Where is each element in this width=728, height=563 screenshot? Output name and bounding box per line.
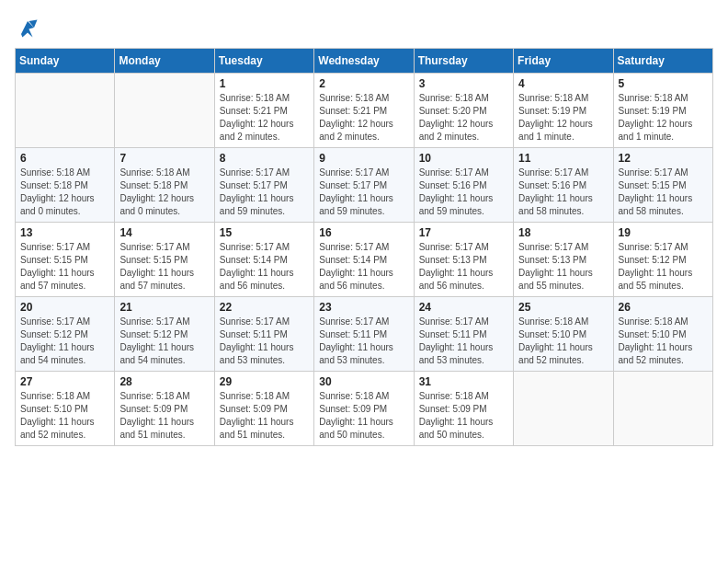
calendar-header-row: SundayMondayTuesdayWednesdayThursdayFrid… bbox=[16, 49, 713, 74]
weekday-header: Sunday bbox=[16, 49, 115, 74]
weekday-header: Monday bbox=[115, 49, 214, 74]
calendar-cell bbox=[514, 372, 613, 446]
day-number: 30 bbox=[319, 375, 408, 388]
day-info: Sunrise: 5:17 AM Sunset: 5:15 PM Dayligh… bbox=[119, 241, 209, 293]
day-info: Sunrise: 5:18 AM Sunset: 5:20 PM Dayligh… bbox=[419, 92, 508, 144]
calendar-cell: 14Sunrise: 5:17 AM Sunset: 5:15 PM Dayli… bbox=[115, 223, 214, 297]
calendar-cell: 12Sunrise: 5:17 AM Sunset: 5:15 PM Dayli… bbox=[613, 148, 712, 223]
calendar-cell: 2Sunrise: 5:18 AM Sunset: 5:21 PM Daylig… bbox=[314, 74, 414, 148]
day-number: 5 bbox=[619, 77, 708, 90]
day-number: 22 bbox=[220, 301, 309, 314]
calendar-cell: 6Sunrise: 5:18 AM Sunset: 5:18 PM Daylig… bbox=[16, 148, 115, 223]
calendar-cell: 22Sunrise: 5:17 AM Sunset: 5:11 PM Dayli… bbox=[214, 297, 313, 372]
day-number: 28 bbox=[119, 375, 209, 388]
day-number: 12 bbox=[619, 152, 708, 165]
calendar-cell: 3Sunrise: 5:18 AM Sunset: 5:20 PM Daylig… bbox=[414, 74, 513, 148]
day-info: Sunrise: 5:17 AM Sunset: 5:16 PM Dayligh… bbox=[518, 167, 608, 218]
day-info: Sunrise: 5:17 AM Sunset: 5:12 PM Dayligh… bbox=[20, 316, 109, 367]
calendar-cell: 30Sunrise: 5:18 AM Sunset: 5:09 PM Dayli… bbox=[314, 372, 414, 446]
day-info: Sunrise: 5:17 AM Sunset: 5:12 PM Dayligh… bbox=[119, 316, 209, 367]
day-info: Sunrise: 5:17 AM Sunset: 5:17 PM Dayligh… bbox=[319, 167, 408, 218]
calendar-cell: 7Sunrise: 5:18 AM Sunset: 5:18 PM Daylig… bbox=[115, 148, 214, 223]
day-info: Sunrise: 5:17 AM Sunset: 5:11 PM Dayligh… bbox=[419, 316, 508, 367]
day-number: 26 bbox=[619, 301, 708, 314]
weekday-header: Wednesday bbox=[314, 49, 414, 74]
day-number: 16 bbox=[319, 226, 408, 239]
day-number: 17 bbox=[419, 226, 508, 239]
day-info: Sunrise: 5:18 AM Sunset: 5:18 PM Dayligh… bbox=[119, 167, 209, 218]
calendar-cell: 5Sunrise: 5:18 AM Sunset: 5:19 PM Daylig… bbox=[613, 74, 712, 148]
weekday-header: Friday bbox=[514, 49, 613, 74]
day-info: Sunrise: 5:18 AM Sunset: 5:21 PM Dayligh… bbox=[220, 92, 309, 144]
calendar-cell: 11Sunrise: 5:17 AM Sunset: 5:16 PM Dayli… bbox=[514, 148, 613, 223]
day-info: Sunrise: 5:17 AM Sunset: 5:15 PM Dayligh… bbox=[619, 167, 708, 218]
calendar-week-row: 13Sunrise: 5:17 AM Sunset: 5:15 PM Dayli… bbox=[16, 223, 713, 297]
calendar-cell: 10Sunrise: 5:17 AM Sunset: 5:16 PM Dayli… bbox=[414, 148, 513, 223]
calendar-cell: 26Sunrise: 5:18 AM Sunset: 5:10 PM Dayli… bbox=[613, 297, 712, 372]
calendar-cell: 9Sunrise: 5:17 AM Sunset: 5:17 PM Daylig… bbox=[314, 148, 414, 223]
calendar-cell: 4Sunrise: 5:18 AM Sunset: 5:19 PM Daylig… bbox=[514, 74, 613, 148]
calendar-cell: 13Sunrise: 5:17 AM Sunset: 5:15 PM Dayli… bbox=[16, 223, 115, 297]
calendar-week-row: 6Sunrise: 5:18 AM Sunset: 5:18 PM Daylig… bbox=[16, 148, 713, 223]
day-number: 23 bbox=[319, 301, 408, 314]
day-info: Sunrise: 5:18 AM Sunset: 5:18 PM Dayligh… bbox=[20, 167, 109, 218]
day-info: Sunrise: 5:18 AM Sunset: 5:10 PM Dayligh… bbox=[619, 316, 708, 367]
day-number: 9 bbox=[319, 152, 408, 165]
day-number: 1 bbox=[220, 77, 309, 90]
calendar-cell: 19Sunrise: 5:17 AM Sunset: 5:12 PM Dayli… bbox=[613, 223, 712, 297]
day-number: 14 bbox=[119, 226, 209, 239]
day-number: 20 bbox=[20, 301, 109, 314]
calendar-cell: 31Sunrise: 5:18 AM Sunset: 5:09 PM Dayli… bbox=[414, 372, 513, 446]
calendar-cell: 27Sunrise: 5:18 AM Sunset: 5:10 PM Dayli… bbox=[16, 372, 115, 446]
calendar-week-row: 27Sunrise: 5:18 AM Sunset: 5:10 PM Dayli… bbox=[16, 372, 713, 446]
calendar-cell: 8Sunrise: 5:17 AM Sunset: 5:17 PM Daylig… bbox=[214, 148, 313, 223]
day-info: Sunrise: 5:18 AM Sunset: 5:19 PM Dayligh… bbox=[619, 92, 708, 144]
day-number: 7 bbox=[119, 152, 209, 165]
calendar-cell: 29Sunrise: 5:18 AM Sunset: 5:09 PM Dayli… bbox=[214, 372, 313, 446]
day-number: 18 bbox=[518, 226, 608, 239]
calendar-cell bbox=[613, 372, 712, 446]
day-number: 19 bbox=[619, 226, 708, 239]
calendar-cell: 23Sunrise: 5:17 AM Sunset: 5:11 PM Dayli… bbox=[314, 297, 414, 372]
weekday-header: Tuesday bbox=[214, 49, 313, 74]
day-info: Sunrise: 5:18 AM Sunset: 5:10 PM Dayligh… bbox=[20, 390, 109, 442]
day-number: 29 bbox=[220, 375, 309, 388]
day-info: Sunrise: 5:17 AM Sunset: 5:16 PM Dayligh… bbox=[419, 167, 508, 218]
calendar-cell: 28Sunrise: 5:18 AM Sunset: 5:09 PM Dayli… bbox=[115, 372, 214, 446]
calendar-cell: 24Sunrise: 5:17 AM Sunset: 5:11 PM Dayli… bbox=[414, 297, 513, 372]
day-number: 31 bbox=[419, 375, 508, 388]
day-info: Sunrise: 5:17 AM Sunset: 5:12 PM Dayligh… bbox=[619, 241, 708, 293]
calendar-cell bbox=[16, 74, 115, 148]
day-info: Sunrise: 5:17 AM Sunset: 5:11 PM Dayligh… bbox=[319, 316, 408, 367]
day-number: 27 bbox=[20, 375, 109, 388]
calendar-cell: 16Sunrise: 5:17 AM Sunset: 5:14 PM Dayli… bbox=[314, 223, 414, 297]
day-number: 2 bbox=[319, 77, 408, 90]
day-info: Sunrise: 5:17 AM Sunset: 5:13 PM Dayligh… bbox=[419, 241, 508, 293]
day-number: 15 bbox=[220, 226, 309, 239]
day-number: 24 bbox=[419, 301, 508, 314]
day-number: 13 bbox=[20, 226, 109, 239]
day-info: Sunrise: 5:17 AM Sunset: 5:14 PM Dayligh… bbox=[220, 241, 309, 293]
day-number: 11 bbox=[518, 152, 608, 165]
calendar-table: SundayMondayTuesdayWednesdayThursdayFrid… bbox=[15, 48, 713, 446]
day-info: Sunrise: 5:17 AM Sunset: 5:14 PM Dayligh… bbox=[319, 241, 408, 293]
day-number: 6 bbox=[20, 152, 109, 165]
day-number: 3 bbox=[419, 77, 508, 90]
day-info: Sunrise: 5:18 AM Sunset: 5:09 PM Dayligh… bbox=[119, 390, 209, 442]
calendar-cell: 15Sunrise: 5:17 AM Sunset: 5:14 PM Dayli… bbox=[214, 223, 313, 297]
calendar-week-row: 20Sunrise: 5:17 AM Sunset: 5:12 PM Dayli… bbox=[16, 297, 713, 372]
day-number: 21 bbox=[119, 301, 209, 314]
day-number: 10 bbox=[419, 152, 508, 165]
logo bbox=[15, 15, 44, 40]
calendar-cell: 21Sunrise: 5:17 AM Sunset: 5:12 PM Dayli… bbox=[115, 297, 214, 372]
weekday-header: Thursday bbox=[414, 49, 513, 74]
page-header bbox=[15, 15, 713, 40]
day-info: Sunrise: 5:18 AM Sunset: 5:10 PM Dayligh… bbox=[518, 316, 608, 367]
day-info: Sunrise: 5:18 AM Sunset: 5:19 PM Dayligh… bbox=[518, 92, 608, 144]
day-info: Sunrise: 5:18 AM Sunset: 5:09 PM Dayligh… bbox=[319, 390, 408, 442]
day-info: Sunrise: 5:17 AM Sunset: 5:11 PM Dayligh… bbox=[220, 316, 309, 367]
day-info: Sunrise: 5:17 AM Sunset: 5:15 PM Dayligh… bbox=[20, 241, 109, 293]
day-info: Sunrise: 5:18 AM Sunset: 5:09 PM Dayligh… bbox=[419, 390, 508, 442]
day-info: Sunrise: 5:17 AM Sunset: 5:13 PM Dayligh… bbox=[518, 241, 608, 293]
day-number: 8 bbox=[220, 152, 309, 165]
